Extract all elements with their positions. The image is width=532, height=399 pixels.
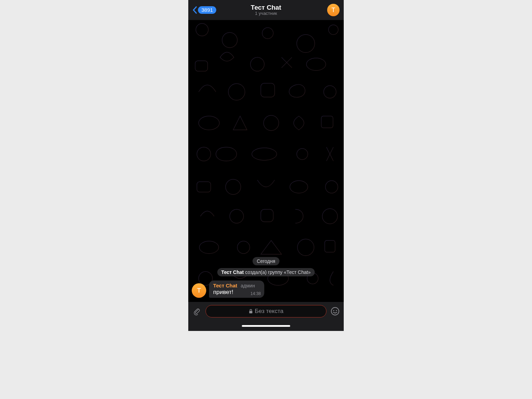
svg-point-20 (325, 181, 338, 193)
chat-screen: 3891 Тест Chat 1 участник T (188, 0, 344, 331)
svg-point-24 (199, 241, 219, 254)
svg-point-8 (228, 84, 245, 100)
input-bar: Без текста (188, 302, 344, 321)
svg-rect-22 (261, 209, 273, 222)
svg-point-19 (290, 181, 308, 193)
svg-point-4 (329, 25, 338, 35)
svg-point-16 (297, 149, 308, 160)
chat-header: 3891 Тест Chat 1 участник T (188, 0, 344, 20)
svg-rect-31 (249, 311, 252, 313)
svg-point-18 (226, 179, 241, 194)
chevron-back-icon (192, 6, 197, 14)
message-role: админ (241, 283, 255, 288)
lock-icon (249, 309, 253, 314)
svg-point-6 (250, 57, 264, 71)
message-avatar[interactable]: T (192, 283, 206, 298)
chat-title: Тест Chat (251, 4, 281, 11)
chat-subtitle: 1 участник (251, 11, 281, 16)
svg-point-15 (252, 148, 277, 160)
svg-point-14 (197, 147, 211, 161)
svg-rect-27 (325, 240, 335, 252)
svg-rect-9 (261, 83, 275, 97)
home-indicator[interactable] (242, 325, 290, 327)
svg-point-12 (264, 115, 279, 131)
svg-point-32 (331, 307, 339, 315)
avatar-letter: T (197, 287, 201, 294)
svg-point-33 (333, 310, 334, 311)
svg-point-26 (297, 239, 314, 256)
svg-point-25 (237, 241, 250, 254)
back-button[interactable]: 3891 (192, 6, 216, 14)
header-avatar[interactable]: T (327, 4, 340, 16)
date-separator: Сегодня (253, 257, 279, 265)
unread-badge: 3891 (198, 6, 216, 14)
svg-point-7 (306, 58, 326, 70)
chat-body[interactable]: Сегодня Тест Chat создал(а) группу «Тест… (188, 20, 344, 302)
message-bubble[interactable]: Тест Chat админ привет! 14:38 (209, 281, 264, 298)
svg-rect-13 (321, 116, 333, 128)
message-time: 14:38 (250, 291, 261, 296)
message-row: T Тест Chat админ привет! 14:38 (192, 281, 340, 298)
attach-icon[interactable] (192, 306, 202, 316)
svg-point-34 (336, 310, 337, 311)
svg-point-10 (324, 86, 336, 98)
input-placeholder: Без текста (255, 308, 284, 315)
svg-point-1 (222, 32, 237, 48)
home-indicator-area (188, 321, 344, 331)
avatar-letter: T (332, 7, 335, 14)
svg-point-23 (322, 209, 338, 224)
svg-point-3 (297, 35, 315, 53)
system-actor: Тест Chat (221, 269, 244, 275)
svg-point-21 (230, 209, 244, 223)
message-sender: Тест Chat (213, 283, 237, 288)
message-input[interactable]: Без текста (206, 305, 326, 317)
svg-rect-17 (197, 182, 211, 192)
svg-point-11 (199, 116, 219, 130)
svg-point-2 (262, 28, 273, 39)
svg-rect-5 (195, 61, 208, 71)
svg-point-0 (196, 23, 208, 36)
chat-title-group[interactable]: Тест Chat 1 участник (251, 4, 281, 16)
system-text: создал(а) группу «Тест Chat» (244, 269, 311, 275)
system-message: Тест Chat создал(а) группу «Тест Chat» (217, 268, 315, 276)
sticker-icon[interactable] (330, 306, 340, 316)
